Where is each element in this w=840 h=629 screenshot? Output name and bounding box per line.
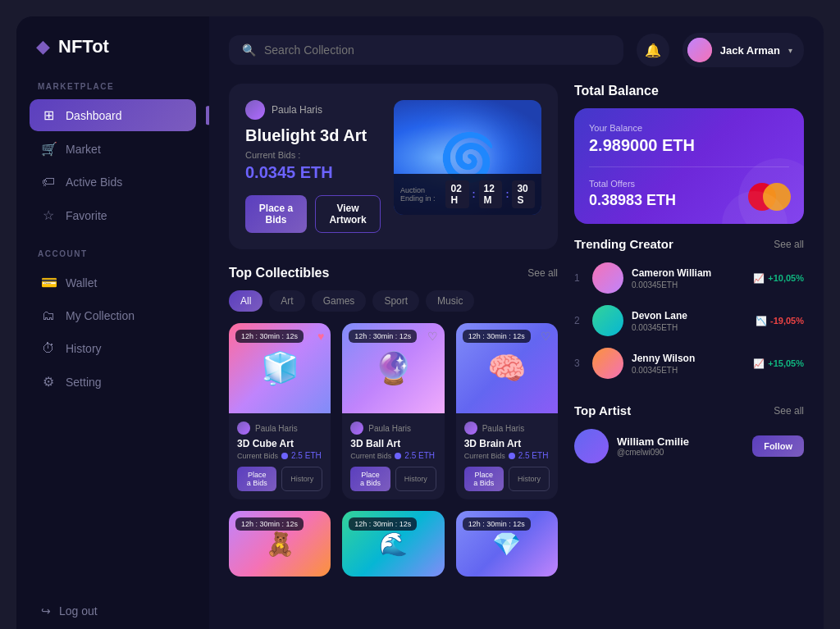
header-actions: 🔔 Jack Arman ▾ <box>637 33 804 67</box>
coll-bid-button-1[interactable]: Place a Bids <box>237 467 276 491</box>
coll-bid-button-3[interactable]: Place a Bids <box>464 467 504 491</box>
artist-avatar <box>574 429 609 463</box>
filter-tab-art[interactable]: Art <box>269 290 304 312</box>
creator-avatar-3 <box>592 348 623 379</box>
bids-icon: 🏷 <box>41 175 56 189</box>
coll-author-3: Paula Haris <box>464 422 550 435</box>
place-bid-button[interactable]: Place a Bids <box>245 195 307 233</box>
artist-section: Top Artist See all William Cmilie @cmelw… <box>574 403 804 463</box>
sidebar-item-label: Setting <box>66 376 102 389</box>
sidebar-item-active-bids[interactable]: 🏷 Active Bids <box>30 166 196 198</box>
wishlist-icon-2[interactable]: ♡ <box>427 330 438 343</box>
dashboard-icon: ⊞ <box>41 107 56 123</box>
user-menu-button[interactable]: Jack Arman ▾ <box>682 33 804 67</box>
collectible-image-3: 12h : 30min : 12s 🧠 ♡ <box>456 323 558 413</box>
creator-change-1: 📈 +10,05% <box>753 273 804 284</box>
collectibles-see-all[interactable]: See all <box>527 267 558 279</box>
sidebar-item-market[interactable]: 🛒 Market <box>30 133 196 165</box>
artist-see-all[interactable]: See all <box>774 405 804 417</box>
bottom-artwork-3: 💎 <box>492 531 521 558</box>
coll-history-button-1[interactable]: History <box>281 467 322 491</box>
coll-title-2: 3D Ball Art <box>350 438 436 449</box>
marketplace-label: MARKETPLACE <box>30 82 196 91</box>
sidebar-item-wallet[interactable]: 💳 Wallet <box>30 267 196 299</box>
time-hours: 02 H <box>445 180 468 208</box>
sidebar-item-dashboard[interactable]: ⊞ Dashboard <box>30 99 196 131</box>
logo-icon: ◆ <box>36 36 50 57</box>
logout-button[interactable]: ↪ Log out <box>30 596 196 626</box>
coll-bid-button-2[interactable]: Place a Bids <box>350 467 390 491</box>
creator-rank-3: 3 <box>574 358 584 369</box>
sidebar-item-label: History <box>66 342 102 355</box>
coll-history-button-3[interactable]: History <box>509 467 550 491</box>
balance-card: Your Balance 2.989000 ETH Total Offers 0… <box>574 108 804 224</box>
coll-author-name-3: Paula Haris <box>482 424 525 433</box>
creator-name-1: Cameron William <box>632 267 745 279</box>
creator-rank-1: 1 <box>574 272 584 284</box>
collectible-image-2: 12h : 30min : 12s 🔮 ♡ <box>342 323 444 413</box>
sidebar-item-setting[interactable]: ⚙ Setting <box>30 366 196 398</box>
auction-overlay: Auction Ending in : 02 H : 12 M : 30 S <box>394 174 541 215</box>
chevron-down-icon: ▾ <box>788 46 792 55</box>
collectible-artwork-2: 🔮 <box>374 350 413 386</box>
filter-tab-music[interactable]: Music <box>426 290 474 312</box>
bottom-card-1: 12h : 30min : 12s 🧸 <box>229 511 331 577</box>
coll-avatar-3 <box>464 422 477 435</box>
search-input[interactable] <box>264 43 610 57</box>
trending-see-all[interactable]: See all <box>774 239 804 250</box>
trending-title: Trending Creator <box>574 237 673 251</box>
creator-change-value-2: -19,05% <box>770 316 804 326</box>
notification-button[interactable]: 🔔 <box>637 34 669 66</box>
coll-author-name-1: Paula Haris <box>255 424 298 433</box>
creator-item-3: 3 Jenny Wilson 0.00345ETH 📈 +15,05% <box>574 348 804 379</box>
featured-info: Paula Haris Bluelight 3d Art Current Bid… <box>245 100 381 233</box>
sidebar-item-favorite[interactable]: ☆ Favorite <box>30 199 196 231</box>
logo-text: NFTot <box>58 36 109 57</box>
coll-title-1: 3D Cube Art <box>237 438 322 449</box>
avatar <box>687 38 712 62</box>
favorite-icon: ☆ <box>41 207 56 223</box>
follow-button[interactable]: Follow <box>752 435 804 457</box>
collectible-body-1: Paula Haris 3D Cube Art Current Bids 2.5… <box>229 413 331 499</box>
bottom-artwork-2: 🌊 <box>379 531 408 558</box>
search-bar[interactable]: 🔍 <box>229 35 623 65</box>
coll-author-name-2: Paula Haris <box>368 424 411 433</box>
bottom-timer-3: 12h : 30min : 12s <box>463 517 531 531</box>
search-icon: 🔍 <box>242 43 256 57</box>
filter-tab-sport[interactable]: Sport <box>372 290 419 312</box>
trending-down-icon-2: 📉 <box>756 316 767 326</box>
author-name: Paula Haris <box>272 104 322 116</box>
view-artwork-button[interactable]: View Artwork <box>315 195 381 233</box>
sidebar: ◆ NFTot MARKETPLACE ⊞ Dashboard 🛒 Market… <box>16 16 209 629</box>
featured-bid-label: Current Bids : <box>245 150 381 160</box>
auction-label: Auction Ending in : <box>400 186 439 203</box>
heart-icon[interactable]: ♥ <box>317 330 324 343</box>
featured-image: 🌀 Auction Ending in : 02 H : 12 M : 30 S <box>394 100 541 215</box>
bottom-card-img-2: 12h : 30min : 12s 🌊 <box>342 511 444 577</box>
sidebar-item-label: Wallet <box>66 276 97 289</box>
coll-bid-row-1: Current Bids 2.5 ETH <box>237 451 322 460</box>
sidebar-item-label: Market <box>66 143 101 156</box>
sidebar-item-history[interactable]: ⏱ History <box>30 333 196 364</box>
bottom-timer-1: 12h : 30min : 12s <box>235 517 304 531</box>
coll-bid-label-1: Current Bids <box>237 452 278 460</box>
filter-tab-all[interactable]: All <box>229 290 262 312</box>
artist-handle: @cmelwi090 <box>617 448 744 457</box>
mastercard-circle-2 <box>763 183 791 211</box>
featured-card: Paula Haris Bluelight 3d Art Current Bid… <box>229 84 558 249</box>
collectible-body-2: Paula Haris 3D Ball Art Current Bids 2.5… <box>342 413 444 499</box>
artist-info: William Cmilie @cmelwi090 <box>617 435 744 457</box>
coll-history-button-2[interactable]: History <box>395 467 436 491</box>
main-content: 🔍 🔔 Jack Arman ▾ <box>209 16 824 629</box>
filter-tab-games[interactable]: Games <box>312 290 367 312</box>
collectible-card: 12h : 30min : 12s 🧠 ♡ Paula Haris 3D Bra… <box>456 323 558 499</box>
sidebar-item-collection[interactable]: 🗂 My Collection <box>30 300 196 331</box>
bottom-timer-2: 12h : 30min : 12s <box>349 517 417 531</box>
creator-change-3: 📈 +15,05% <box>753 358 804 369</box>
creator-eth-2: 0.00345ETH <box>632 323 747 332</box>
wishlist-icon-3[interactable]: ♡ <box>541 330 551 343</box>
creator-change-value-1: +10,05% <box>768 273 804 283</box>
sidebar-item-label: Active Bids <box>66 175 122 189</box>
total-offers-value: 0.38983 ETH <box>589 192 789 209</box>
collectible-body-3: Paula Haris 3D Brain Art Current Bids 2.… <box>456 413 558 499</box>
